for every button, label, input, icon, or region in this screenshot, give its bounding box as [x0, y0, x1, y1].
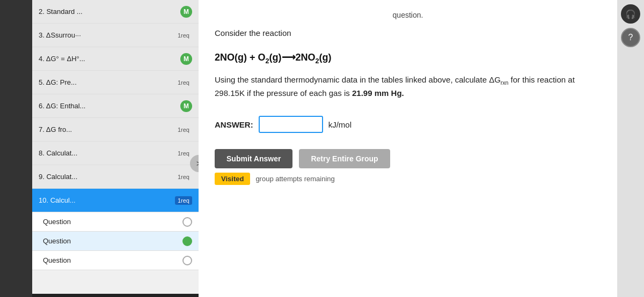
- answer-label: ANSWER:: [215, 120, 253, 129]
- sub-item-1-indicator: [182, 217, 192, 227]
- nav-item-9[interactable]: 9. Calculat... 1req: [32, 165, 199, 189]
- question-header: question.: [215, 11, 601, 19]
- nav-item-2-label: 2. Standard ...: [39, 8, 180, 16]
- nav-item-8[interactable]: 8. Calculat... 1req: [32, 142, 199, 165]
- nav-item-7-badge: 1req: [175, 125, 192, 134]
- nav-item-5[interactable]: 5. ΔG: Pre... 1req: [32, 71, 199, 94]
- nav-item-10-badge: 1req: [175, 196, 192, 205]
- sub-item-2-indicator: [182, 236, 192, 246]
- nav-item-3[interactable]: 3. ΔSsurrou··· 1req: [32, 24, 199, 47]
- nav-item-4-badge: M: [180, 53, 192, 65]
- left-rail: [0, 0, 32, 297]
- help-button[interactable]: ?: [621, 28, 640, 47]
- nav-item-5-label: 5. ΔG: Pre...: [39, 78, 175, 86]
- right-rail: 🎧 ?: [617, 0, 644, 297]
- question-body: Using the standard thermodynamic data in…: [215, 73, 601, 100]
- nav-item-2[interactable]: 2. Standard ... M: [32, 0, 199, 24]
- nav-item-6-badge: M: [180, 100, 192, 112]
- button-row: Submit Answer Retry Entire Group: [215, 149, 601, 168]
- help-icon: ?: [628, 33, 633, 42]
- reaction-equation: 2NO(g) + O2(g)⟶2NO2(g): [215, 51, 601, 65]
- retry-entire-group-button[interactable]: Retry Entire Group: [299, 149, 390, 168]
- nav-item-5-badge: 1req: [175, 78, 192, 87]
- bottom-progress-bar: [32, 294, 199, 297]
- nav-item-10[interactable]: 10. Calcul... 1req: [32, 189, 199, 212]
- nav-item-4[interactable]: 4. ΔG° = ΔH°... M: [32, 47, 199, 71]
- sub-item-2[interactable]: Question: [32, 232, 199, 251]
- answer-input[interactable]: [259, 116, 323, 133]
- nav-item-10-label: 10. Calcul...: [39, 196, 175, 204]
- nav-item-7-label: 7. ΔG fro...: [39, 125, 175, 133]
- nav-item-4-label: 4. ΔG° = ΔH°...: [39, 55, 180, 63]
- question-intro: Consider the reaction: [215, 27, 601, 40]
- nav-item-8-label: 8. Calculat...: [39, 149, 175, 157]
- nav-item-9-badge: 1req: [175, 173, 192, 181]
- nav-panel: 2. Standard ... M 3. ΔSsurrou··· 1req 4.…: [32, 0, 199, 297]
- main-content: question. Consider the reaction 2NO(g) +…: [199, 0, 617, 297]
- visited-badge: Visited: [215, 173, 250, 185]
- sub-item-3-label: Question: [43, 256, 71, 264]
- nav-item-3-label: 3. ΔSsurrou···: [39, 31, 175, 39]
- sub-item-2-label: Question: [43, 237, 71, 245]
- answer-unit: kJ/mol: [328, 120, 352, 129]
- nav-item-6[interactable]: 6. ΔG: Enthal... M: [32, 94, 199, 118]
- nav-item-9-label: 9. Calculat...: [39, 173, 175, 181]
- status-row: Visited group attempts remaining: [215, 173, 601, 185]
- nav-item-6-label: 6. ΔG: Enthal...: [39, 102, 180, 110]
- nav-item-8-badge: 1req: [175, 149, 192, 158]
- expand-arrow-icon: >: [196, 159, 199, 168]
- sub-item-3[interactable]: Question: [32, 251, 199, 270]
- submit-answer-button[interactable]: Submit Answer: [215, 149, 292, 168]
- headphones-icon: 🎧: [625, 9, 636, 19]
- answer-row: ANSWER: kJ/mol: [215, 116, 601, 133]
- nav-item-7[interactable]: 7. ΔG fro... 1req: [32, 118, 199, 142]
- headphones-button[interactable]: 🎧: [621, 4, 640, 24]
- sub-item-3-indicator: [182, 256, 192, 265]
- sub-item-1-label: Question: [43, 218, 71, 226]
- attempts-remaining-label: group attempts remaining: [255, 175, 334, 183]
- sub-item-1[interactable]: Question: [32, 212, 199, 232]
- nav-item-2-badge: M: [180, 6, 192, 18]
- nav-item-3-badge: 1req: [175, 31, 192, 40]
